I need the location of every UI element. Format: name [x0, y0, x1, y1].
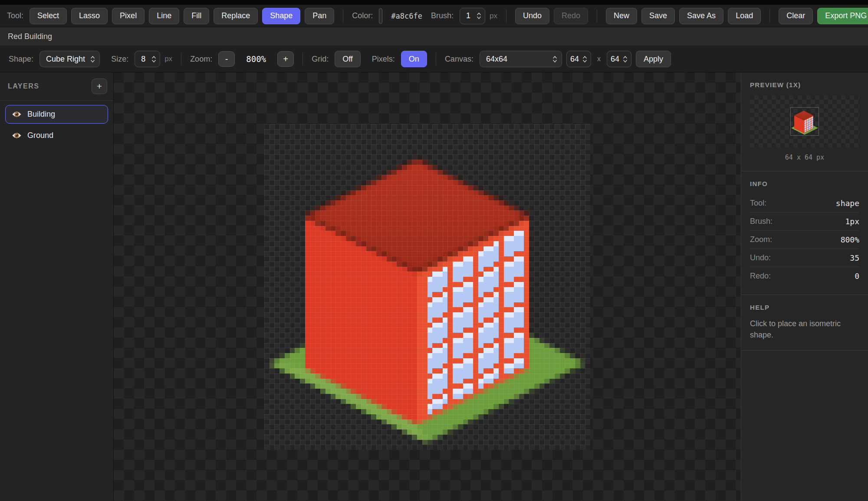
- new-button[interactable]: New: [606, 8, 637, 24]
- stepper-arrows-icon[interactable]: [477, 12, 481, 20]
- layers-panel: LAYERS + Building: [0, 72, 114, 501]
- shape-label: Shape:: [9, 55, 33, 64]
- pixel-canvas[interactable]: [264, 124, 590, 450]
- shape-select[interactable]: Cube Right: [39, 51, 100, 67]
- canvas-preset-select[interactable]: 64x64: [480, 51, 562, 67]
- stepper-arrows-icon[interactable]: [582, 56, 587, 63]
- help-section: HELP Click to place an isometric shape.: [741, 295, 868, 350]
- right-panel: PREVIEW (1X) 64 x 64 px INFO Tool: shape…: [741, 72, 868, 501]
- layer-list: Building Ground: [0, 101, 113, 149]
- zoom-out-button[interactable]: -: [218, 51, 235, 67]
- zoom-value: 800%: [239, 54, 273, 64]
- info-label: Tool:: [750, 199, 766, 208]
- window-top-strip: [0, 0, 868, 5]
- document-title-bar: Red Building: [0, 27, 868, 46]
- info-value: 800%: [841, 235, 859, 244]
- toolbar-divider: [506, 10, 506, 23]
- size-unit-label: px: [164, 55, 172, 63]
- layer-name: Ground: [27, 131, 53, 140]
- tool-lasso-button[interactable]: Lasso: [71, 8, 108, 24]
- pixels-toggle-button[interactable]: On: [401, 51, 427, 67]
- tool-replace-button[interactable]: Replace: [214, 8, 258, 24]
- canvas-preset-value: 64x64: [486, 55, 507, 64]
- info-value: 0: [855, 272, 859, 281]
- tool-label: Tool:: [7, 11, 23, 20]
- canvas-label: Canvas:: [445, 55, 473, 64]
- info-row-brush: Brush: 1px: [750, 213, 859, 231]
- help-header: HELP: [750, 304, 859, 311]
- main-toolbar: Tool: Select Lasso Pixel Line Fill Repla…: [0, 5, 868, 27]
- workspace[interactable]: [114, 72, 741, 501]
- tool-select-button[interactable]: Select: [30, 8, 67, 24]
- zoom-label: Zoom:: [190, 55, 212, 64]
- color-hex-value: #a8c6fe: [391, 12, 422, 20]
- size-stepper[interactable]: 8: [135, 51, 160, 67]
- layers-header: LAYERS +: [0, 72, 113, 101]
- select-arrows-icon: [552, 56, 557, 63]
- zoom-in-button[interactable]: +: [277, 51, 294, 67]
- help-text: Click to place an isometric shape.: [750, 318, 855, 341]
- undo-button[interactable]: Undo: [515, 8, 549, 24]
- select-arrows-icon: [90, 56, 95, 63]
- save-as-button[interactable]: Save As: [679, 8, 723, 24]
- canvas-size-separator: x: [597, 55, 601, 63]
- brush-unit-label: px: [490, 12, 497, 20]
- apply-button[interactable]: Apply: [636, 51, 671, 67]
- tool-fill-button[interactable]: Fill: [184, 8, 209, 24]
- info-label: Undo:: [750, 253, 771, 262]
- layer-item-ground[interactable]: Ground: [5, 126, 108, 145]
- preview-size-label: 64 x 64 px: [750, 154, 859, 161]
- preview-image: [791, 108, 819, 135]
- brush-label: Brush:: [431, 11, 454, 20]
- info-label: Brush:: [750, 217, 773, 226]
- export-png-button[interactable]: Export PNG: [817, 8, 868, 24]
- options-divider: [181, 52, 181, 65]
- color-swatch[interactable]: [379, 8, 382, 24]
- tool-pan-button[interactable]: Pan: [305, 8, 334, 24]
- info-value: 35: [850, 253, 859, 262]
- layer-name: Building: [27, 110, 55, 119]
- size-value: 8: [138, 55, 149, 64]
- grid-toggle-button[interactable]: Off: [335, 51, 361, 67]
- info-value: 1px: [845, 217, 859, 226]
- add-layer-button[interactable]: +: [92, 79, 107, 94]
- clear-button[interactable]: Clear: [779, 8, 813, 24]
- save-button[interactable]: Save: [641, 8, 675, 24]
- info-value: shape: [836, 199, 859, 208]
- stepper-arrows-icon[interactable]: [623, 56, 628, 63]
- redo-button[interactable]: Redo: [554, 8, 588, 24]
- layer-item-building[interactable]: Building: [5, 105, 108, 124]
- size-label: Size:: [111, 55, 128, 64]
- layer-visibility-eye-icon[interactable]: [12, 111, 22, 118]
- document-title: Red Building: [8, 32, 52, 41]
- color-label: Color:: [352, 11, 373, 20]
- tool-shape-button[interactable]: Shape: [262, 8, 300, 24]
- tool-line-button[interactable]: Line: [149, 8, 179, 24]
- pixels-label: Pixels:: [372, 55, 395, 64]
- info-label: Zoom:: [750, 235, 772, 244]
- info-row-zoom: Zoom: 800%: [750, 231, 859, 249]
- info-row-tool: Tool: shape: [750, 194, 859, 213]
- shape-select-value: Cube Right: [46, 55, 85, 64]
- tool-pixel-button[interactable]: Pixel: [112, 8, 145, 24]
- load-button[interactable]: Load: [728, 8, 761, 24]
- info-label: Redo:: [750, 272, 771, 281]
- canvas-width-stepper[interactable]: 64: [566, 51, 591, 67]
- toolbar-divider: [597, 10, 597, 23]
- options-bar: Shape: Cube Right Size: 8 px Zoom: - 800…: [0, 46, 868, 72]
- main-area: LAYERS + Building: [0, 72, 868, 501]
- info-rows: Tool: shape Brush: 1px Zoom: 800% Undo: …: [750, 194, 859, 285]
- layers-title: LAYERS: [8, 82, 39, 90]
- layer-visibility-eye-icon[interactable]: [12, 132, 22, 139]
- canvas-width-value: 64: [569, 55, 580, 64]
- preview-box: [750, 95, 859, 147]
- info-row-redo: Redo: 0: [750, 267, 859, 285]
- right-panel-empty: [741, 350, 868, 501]
- brush-size-value: 1: [463, 11, 474, 20]
- canvas-height-stepper[interactable]: 64: [607, 51, 631, 67]
- canvas-artwork[interactable]: [264, 124, 590, 450]
- info-row-undo: Undo: 35: [750, 249, 859, 267]
- toolbar-divider: [769, 10, 770, 23]
- stepper-arrows-icon[interactable]: [151, 56, 156, 63]
- brush-size-stepper[interactable]: 1: [460, 8, 485, 24]
